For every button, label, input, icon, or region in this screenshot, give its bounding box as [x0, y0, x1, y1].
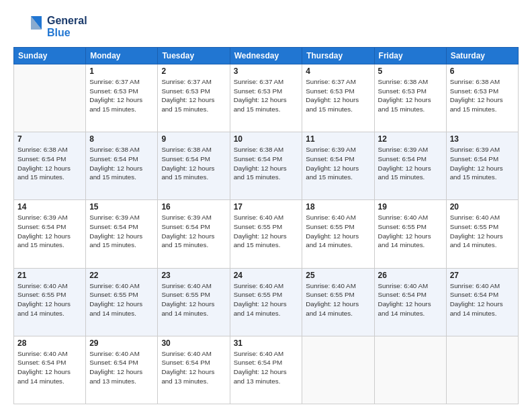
header-row: Sunday Monday Tuesday Wednesday Thursday… — [14, 48, 519, 64]
calendar-cell: 27Sunrise: 6:40 AMSunset: 6:54 PMDayligh… — [446, 268, 518, 336]
calendar-table: Sunday Monday Tuesday Wednesday Thursday… — [13, 47, 519, 404]
day-info: Sunrise: 6:40 AMSunset: 6:55 PMDaylight:… — [89, 281, 154, 318]
calendar-cell: 13Sunrise: 6:39 AMSunset: 6:54 PMDayligh… — [446, 132, 518, 200]
col-friday: Friday — [374, 48, 446, 64]
calendar-cell — [302, 336, 374, 404]
logo-general: General — [47, 15, 87, 27]
day-info: Sunrise: 6:37 AMSunset: 6:53 PMDaylight:… — [234, 77, 299, 114]
col-sunday: Sunday — [14, 48, 86, 64]
day-number: 20 — [450, 202, 515, 212]
logo-blue: Blue — [47, 27, 87, 39]
col-tuesday: Tuesday — [158, 48, 230, 64]
day-info: Sunrise: 6:40 AMSunset: 6:54 PMDaylight:… — [450, 281, 515, 318]
day-info: Sunrise: 6:40 AMSunset: 6:54 PMDaylight:… — [89, 349, 154, 386]
calendar-cell: 20Sunrise: 6:40 AMSunset: 6:55 PMDayligh… — [446, 200, 518, 268]
calendar-cell: 26Sunrise: 6:40 AMSunset: 6:54 PMDayligh… — [374, 268, 446, 336]
day-number: 31 — [234, 338, 299, 348]
calendar-cell: 29Sunrise: 6:40 AMSunset: 6:54 PMDayligh… — [86, 336, 158, 404]
col-thursday: Thursday — [302, 48, 374, 64]
logo-svg — [13, 12, 43, 42]
day-number: 5 — [378, 66, 443, 76]
day-number: 26 — [378, 271, 443, 280]
logo: General Blue — [13, 12, 87, 42]
week-row-1: 1Sunrise: 6:37 AMSunset: 6:53 PMDaylight… — [14, 64, 519, 132]
calendar-cell: 31Sunrise: 6:40 AMSunset: 6:54 PMDayligh… — [230, 336, 302, 404]
day-info: Sunrise: 6:39 AMSunset: 6:54 PMDaylight:… — [161, 213, 226, 250]
day-number: 19 — [378, 202, 443, 212]
day-info: Sunrise: 6:39 AMSunset: 6:54 PMDaylight:… — [17, 213, 82, 250]
day-number: 29 — [89, 338, 154, 348]
day-info: Sunrise: 6:40 AMSunset: 6:54 PMDaylight:… — [378, 281, 443, 318]
day-number: 22 — [89, 271, 154, 280]
day-number: 25 — [306, 271, 370, 280]
calendar-cell: 9Sunrise: 6:38 AMSunset: 6:54 PMDaylight… — [158, 132, 230, 200]
day-number: 16 — [161, 202, 226, 212]
calendar-cell: 25Sunrise: 6:40 AMSunset: 6:55 PMDayligh… — [302, 268, 374, 336]
day-info: Sunrise: 6:37 AMSunset: 6:53 PMDaylight:… — [161, 77, 226, 114]
calendar-cell: 5Sunrise: 6:38 AMSunset: 6:53 PMDaylight… — [374, 64, 446, 132]
day-number: 11 — [306, 134, 370, 144]
calendar-cell: 1Sunrise: 6:37 AMSunset: 6:53 PMDaylight… — [86, 64, 158, 132]
day-info: Sunrise: 6:40 AMSunset: 6:55 PMDaylight:… — [161, 281, 226, 318]
day-info: Sunrise: 6:38 AMSunset: 6:54 PMDaylight:… — [17, 145, 82, 182]
calendar-cell: 12Sunrise: 6:39 AMSunset: 6:54 PMDayligh… — [374, 132, 446, 200]
calendar-cell: 8Sunrise: 6:38 AMSunset: 6:54 PMDaylight… — [86, 132, 158, 200]
day-info: Sunrise: 6:40 AMSunset: 6:55 PMDaylight:… — [306, 281, 370, 318]
calendar-cell: 15Sunrise: 6:39 AMSunset: 6:54 PMDayligh… — [86, 200, 158, 268]
day-info: Sunrise: 6:39 AMSunset: 6:54 PMDaylight:… — [450, 145, 515, 182]
header: General Blue — [13, 12, 519, 42]
day-info: Sunrise: 6:40 AMSunset: 6:54 PMDaylight:… — [234, 349, 299, 386]
day-number: 12 — [378, 134, 443, 144]
day-info: Sunrise: 6:38 AMSunset: 6:54 PMDaylight:… — [89, 145, 154, 182]
calendar-cell: 21Sunrise: 6:40 AMSunset: 6:55 PMDayligh… — [14, 268, 86, 336]
day-number: 23 — [161, 271, 226, 280]
day-info: Sunrise: 6:38 AMSunset: 6:53 PMDaylight:… — [378, 77, 443, 114]
day-number: 10 — [234, 134, 299, 144]
week-row-5: 28Sunrise: 6:40 AMSunset: 6:54 PMDayligh… — [14, 336, 519, 404]
calendar-cell: 4Sunrise: 6:37 AMSunset: 6:53 PMDaylight… — [302, 64, 374, 132]
calendar-cell — [374, 336, 446, 404]
day-number: 28 — [17, 338, 82, 348]
day-info: Sunrise: 6:39 AMSunset: 6:54 PMDaylight:… — [306, 145, 370, 182]
day-number: 1 — [89, 66, 154, 76]
day-number: 9 — [161, 134, 226, 144]
day-number: 15 — [89, 202, 154, 212]
day-info: Sunrise: 6:40 AMSunset: 6:54 PMDaylight:… — [17, 349, 82, 386]
col-monday: Monday — [86, 48, 158, 64]
calendar-cell: 3Sunrise: 6:37 AMSunset: 6:53 PMDaylight… — [230, 64, 302, 132]
day-info: Sunrise: 6:37 AMSunset: 6:53 PMDaylight:… — [89, 77, 154, 114]
day-number: 30 — [161, 338, 226, 348]
day-info: Sunrise: 6:40 AMSunset: 6:55 PMDaylight:… — [17, 281, 82, 318]
calendar-cell: 16Sunrise: 6:39 AMSunset: 6:54 PMDayligh… — [158, 200, 230, 268]
day-info: Sunrise: 6:38 AMSunset: 6:54 PMDaylight:… — [161, 145, 226, 182]
calendar-cell: 14Sunrise: 6:39 AMSunset: 6:54 PMDayligh… — [14, 200, 86, 268]
day-number: 17 — [234, 202, 299, 212]
day-number: 2 — [161, 66, 226, 76]
day-number: 6 — [450, 66, 515, 76]
day-info: Sunrise: 6:37 AMSunset: 6:53 PMDaylight:… — [306, 77, 370, 114]
day-info: Sunrise: 6:40 AMSunset: 6:55 PMDaylight:… — [450, 213, 515, 250]
calendar-cell: 2Sunrise: 6:37 AMSunset: 6:53 PMDaylight… — [158, 64, 230, 132]
calendar-cell: 28Sunrise: 6:40 AMSunset: 6:54 PMDayligh… — [14, 336, 86, 404]
day-number: 27 — [450, 271, 515, 280]
day-number: 4 — [306, 66, 370, 76]
week-row-2: 7Sunrise: 6:38 AMSunset: 6:54 PMDaylight… — [14, 132, 519, 200]
day-number: 13 — [450, 134, 515, 144]
calendar-cell: 18Sunrise: 6:40 AMSunset: 6:55 PMDayligh… — [302, 200, 374, 268]
day-info: Sunrise: 6:40 AMSunset: 6:55 PMDaylight:… — [234, 213, 299, 250]
calendar-cell — [14, 64, 86, 132]
day-info: Sunrise: 6:40 AMSunset: 6:55 PMDaylight:… — [306, 213, 370, 250]
day-info: Sunrise: 6:38 AMSunset: 6:54 PMDaylight:… — [234, 145, 299, 182]
calendar-cell: 7Sunrise: 6:38 AMSunset: 6:54 PMDaylight… — [14, 132, 86, 200]
col-saturday: Saturday — [446, 48, 518, 64]
col-wednesday: Wednesday — [230, 48, 302, 64]
day-info: Sunrise: 6:40 AMSunset: 6:55 PMDaylight:… — [378, 213, 443, 250]
calendar-cell: 10Sunrise: 6:38 AMSunset: 6:54 PMDayligh… — [230, 132, 302, 200]
calendar-cell: 17Sunrise: 6:40 AMSunset: 6:55 PMDayligh… — [230, 200, 302, 268]
calendar-cell: 6Sunrise: 6:38 AMSunset: 6:53 PMDaylight… — [446, 64, 518, 132]
day-number: 18 — [306, 202, 370, 212]
week-row-3: 14Sunrise: 6:39 AMSunset: 6:54 PMDayligh… — [14, 200, 519, 268]
day-number: 14 — [17, 202, 82, 212]
page: General Blue Sunday Monday Tuesday Wedne… — [0, 0, 532, 411]
calendar-cell: 30Sunrise: 6:40 AMSunset: 6:54 PMDayligh… — [158, 336, 230, 404]
